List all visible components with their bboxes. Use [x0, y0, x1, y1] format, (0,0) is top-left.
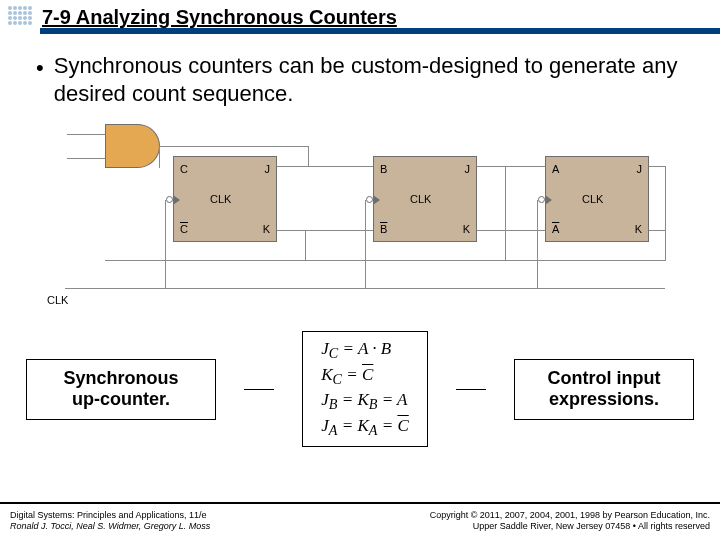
clock-bubble [166, 196, 173, 203]
right-caption-box: Control input expressions. [514, 359, 694, 420]
clock-bubble [538, 196, 545, 203]
ffa-k-label: K [635, 223, 642, 235]
clock-triangle-icon [373, 195, 380, 205]
header-dots [8, 6, 32, 25]
connector-line [244, 389, 274, 390]
footer-right-l2: Upper Saddle River, New Jersey 07458 • A… [430, 521, 710, 532]
left-caption-box: Synchronous up-counter. [26, 359, 216, 420]
ffb-clk-label: CLK [410, 193, 431, 205]
ffb-k-label: K [463, 223, 470, 235]
slide-header: 7-9 Analyzing Synchronous Counters [0, 0, 720, 38]
flipflop-a: A A J K CLK [545, 156, 649, 242]
and-gate [105, 124, 159, 168]
right-caption-l2: expressions. [529, 389, 679, 411]
caption-row: Synchronous up-counter. JC = A · B KC = … [26, 331, 694, 447]
clock-triangle-icon [173, 195, 180, 205]
slide-footer: Digital Systems: Principles and Applicat… [0, 502, 720, 540]
ffb-q-label: B [380, 163, 387, 175]
left-caption-l2: up-counter. [41, 389, 201, 411]
ffc-j-label: J [265, 163, 271, 175]
ffa-clk-label: CLK [582, 193, 603, 205]
flipflop-c: C C J K CLK [173, 156, 277, 242]
ffc-q-label: C [180, 163, 188, 175]
bullet-text: Synchronous counters can be custom-desig… [54, 52, 684, 108]
ffb-qbar-label: B [380, 223, 387, 235]
connector-line [456, 389, 486, 390]
ffc-k-label: K [263, 223, 270, 235]
circuit-diagram: C C J K CLK B B J K CLK A A J K CLK CL [45, 120, 675, 315]
footer-right-l1: Copyright © 2011, 2007, 2004, 2001, 1998… [430, 510, 710, 521]
flipflop-b: B B J K CLK [373, 156, 477, 242]
ffa-qbar-label: A [552, 223, 559, 235]
bullet-dot: • [36, 52, 44, 108]
ffc-qbar-label: C [180, 223, 188, 235]
equations-box: JC = A · B KC = C JB = KB = A JA = KA = … [302, 331, 428, 447]
footer-left-l1: Digital Systems: Principles and Applicat… [10, 510, 210, 521]
bullet-item: • Synchronous counters can be custom-des… [36, 52, 684, 108]
ffc-clk-label: CLK [210, 193, 231, 205]
left-caption-l1: Synchronous [41, 368, 201, 390]
ffa-j-label: J [637, 163, 643, 175]
ffb-j-label: J [465, 163, 471, 175]
clock-triangle-icon [545, 195, 552, 205]
ffa-q-label: A [552, 163, 559, 175]
clk-label: CLK [47, 294, 68, 306]
footer-left-l2: Ronald J. Tocci, Neal S. Widmer, Gregory… [10, 521, 210, 532]
section-title: 7-9 Analyzing Synchronous Counters [42, 6, 397, 29]
right-caption-l1: Control input [529, 368, 679, 390]
bullet-list: • Synchronous counters can be custom-des… [0, 38, 720, 114]
clock-bubble [366, 196, 373, 203]
